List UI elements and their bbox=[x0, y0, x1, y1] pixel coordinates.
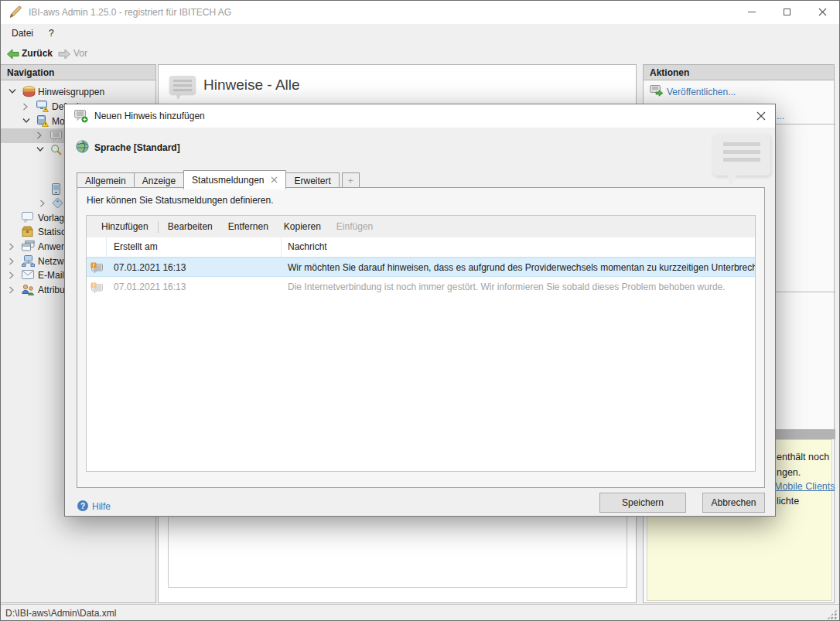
close-icon bbox=[756, 111, 766, 121]
publish-action-link[interactable]: Veröffentlichen... bbox=[667, 87, 736, 97]
menu-datei[interactable]: Datei bbox=[12, 28, 33, 39]
edit-status-button[interactable]: Bearbeiten bbox=[160, 221, 220, 232]
delete-status-button[interactable]: Entfernen bbox=[220, 221, 276, 232]
key-search-icon bbox=[50, 144, 63, 156]
tree-item-label: Anwen bbox=[38, 241, 67, 252]
back-button[interactable]: Zurück bbox=[22, 48, 53, 59]
hinweis-bubble-icon bbox=[50, 131, 63, 142]
status-file-path: D:\IBI-aws\Admin\Data.xml bbox=[5, 608, 116, 619]
table-row[interactable]: 07.01.2021 16:13 Wir möchten Sie darauf … bbox=[87, 258, 755, 277]
add-status-button[interactable]: Hinzufügen bbox=[94, 221, 156, 232]
tree-item-label: Attribu bbox=[38, 285, 65, 295]
status-message-icon bbox=[87, 278, 107, 297]
dialog-title: Neuen Hinweis hinzufügen bbox=[94, 111, 205, 121]
note-line-3: lichte bbox=[777, 496, 799, 507]
plus-icon: + bbox=[348, 176, 353, 186]
app-icon bbox=[9, 5, 22, 19]
language-label: Sprache [Standard] bbox=[94, 142, 180, 153]
maximize-button[interactable] bbox=[770, 1, 804, 23]
users-icon bbox=[22, 284, 35, 295]
mobile-clients-link[interactable]: Mobile Clients bbox=[774, 481, 835, 492]
tab-statusmeldungen[interactable]: Statusmeldungen bbox=[183, 170, 286, 189]
add-hint-dialog: Neuen Hinweis hinzufügen Sprache [Standa… bbox=[64, 104, 776, 517]
help-icon bbox=[77, 500, 88, 511]
tab-label: Erweitert bbox=[294, 176, 330, 186]
globe-icon bbox=[76, 140, 89, 153]
row-created-at: 07.01.2021 16:13 bbox=[107, 258, 282, 276]
tab-label: Allgemein bbox=[85, 176, 126, 186]
cancel-button[interactable]: Abbrechen bbox=[702, 493, 765, 513]
tree-item-label: Vorlag bbox=[38, 213, 64, 223]
close-button[interactable] bbox=[805, 1, 840, 23]
table-header-row: Erstellt am Nachricht bbox=[87, 237, 755, 258]
publish-icon bbox=[650, 85, 664, 97]
resize-grip[interactable] bbox=[827, 609, 837, 619]
tree-item-label: Hinweisgruppen bbox=[38, 87, 104, 97]
tab-anzeige[interactable]: Anzeige bbox=[135, 172, 184, 189]
cancel-button-label: Abbrechen bbox=[711, 497, 756, 508]
vorlagen-bubble-icon bbox=[22, 212, 34, 223]
dialog-titlebar: Neuen Hinweis hinzufügen bbox=[65, 104, 775, 128]
chevron-down-icon[interactable] bbox=[36, 146, 44, 152]
network-icon bbox=[22, 255, 35, 267]
dialog-close-button[interactable] bbox=[750, 107, 772, 125]
client-warning-icon bbox=[36, 115, 49, 127]
copy-status-button[interactable]: Kopieren bbox=[276, 221, 329, 232]
save-button[interactable]: Speichern bbox=[599, 493, 686, 513]
chest-box-icon bbox=[22, 226, 34, 237]
chevron-down-icon[interactable] bbox=[9, 88, 16, 94]
back-arrow-icon bbox=[6, 49, 19, 60]
windows-stack-icon bbox=[22, 241, 35, 251]
icon-column-header[interactable] bbox=[87, 237, 107, 257]
hint-watermark-icon bbox=[713, 134, 770, 176]
tab-allgemein[interactable]: Allgemein bbox=[77, 172, 135, 189]
actions-header: Aktionen bbox=[644, 65, 834, 80]
chevron-right-icon[interactable] bbox=[36, 131, 43, 139]
email-icon bbox=[22, 270, 34, 279]
titlebar: IBI-aws Admin 1.25.0 - registriert für I… bbox=[1, 1, 839, 24]
chevron-down-icon[interactable] bbox=[22, 118, 30, 124]
menubar: Datei ? bbox=[1, 24, 839, 44]
chevron-right-icon[interactable] bbox=[9, 258, 15, 265]
tree-item-label: E-Mail bbox=[38, 270, 64, 281]
row-message: Wir möchten Sie darauf hinweisen, dass e… bbox=[282, 258, 755, 276]
tree-item-label: Mo bbox=[52, 116, 65, 127]
chevron-right-icon[interactable] bbox=[22, 103, 29, 111]
tab-content-statusmeldungen: Hier können Sie Statusmeldungen definier… bbox=[77, 187, 765, 488]
monitor-warning-icon bbox=[36, 101, 49, 112]
page-title: Hinweise - Alle bbox=[203, 77, 300, 94]
status-messages-list: Hinzufügen Bearbeiten Entfernen Kopieren… bbox=[86, 215, 756, 472]
list-toolbar: Hinzufügen Bearbeiten Entfernen Kopieren… bbox=[87, 216, 755, 237]
tab-erweitert[interactable]: Erweitert bbox=[286, 172, 339, 189]
window-title: IBI-aws Admin 1.25.0 - registriert für I… bbox=[29, 7, 231, 18]
main-toolbar: Zurück Vor bbox=[1, 44, 839, 64]
mobile-phone-icon bbox=[52, 183, 60, 195]
chevron-right-icon[interactable] bbox=[9, 286, 15, 294]
menu-help[interactable]: ? bbox=[49, 28, 54, 39]
created-column-header[interactable]: Erstellt am bbox=[107, 237, 282, 257]
hinweise-bubble-icon bbox=[169, 76, 196, 94]
minimize-button[interactable] bbox=[734, 1, 769, 23]
tab-label: Statusmeldungen bbox=[192, 171, 264, 189]
navigation-header: Navigation bbox=[1, 65, 155, 80]
tree-item-hinweisgruppen[interactable]: Hinweisgruppen bbox=[1, 85, 155, 99]
note-line-1: enthält noch bbox=[777, 452, 829, 462]
close-icon bbox=[818, 8, 827, 16]
help-link[interactable]: Hilfe bbox=[92, 501, 111, 512]
chevron-right-icon[interactable] bbox=[39, 200, 46, 207]
note-line-2: ngen. bbox=[777, 467, 801, 478]
status-bar: D:\IBI-aws\Admin\Data.xml bbox=[1, 604, 839, 621]
message-column-header[interactable]: Nachricht bbox=[282, 237, 755, 257]
hinweisgruppen-icon bbox=[22, 86, 36, 97]
save-button-label: Speichern bbox=[622, 497, 664, 508]
tab-close-icon[interactable] bbox=[271, 176, 278, 183]
chevron-right-icon[interactable] bbox=[9, 243, 15, 251]
tree-item-label: Statisc bbox=[38, 227, 66, 237]
app-window: IBI-aws Admin 1.25.0 - registriert für I… bbox=[0, 0, 840, 621]
tab-add-button[interactable]: + bbox=[342, 172, 360, 189]
chevron-right-icon[interactable] bbox=[9, 271, 15, 279]
toolbar-separator bbox=[158, 221, 159, 233]
truncated-action-link[interactable]: ... bbox=[777, 111, 784, 121]
forward-button[interactable]: Vor bbox=[73, 48, 87, 59]
table-row[interactable]: 07.01.2021 16:13 Die Internetverbindung … bbox=[87, 278, 755, 297]
